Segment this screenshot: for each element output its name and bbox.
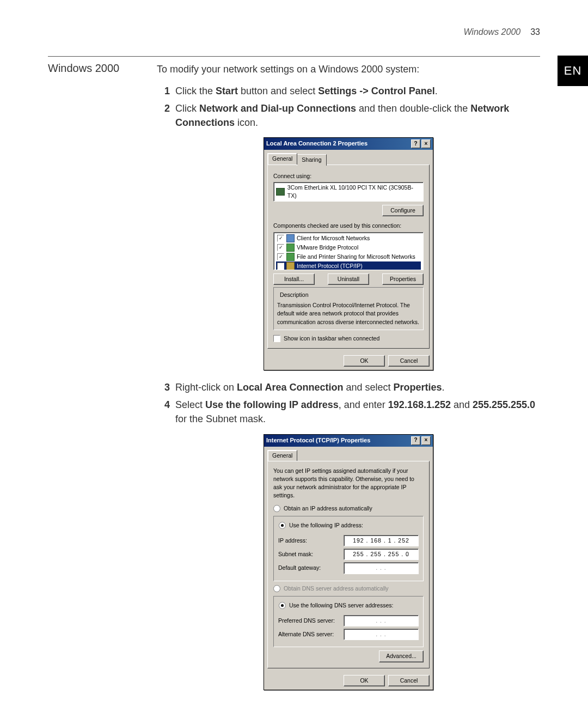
language-tag: EN [558,56,588,86]
components-listbox[interactable]: ✓Client for Microsoft Networks ✓VMware B… [273,232,424,270]
step-text: Click the Start button and select Settin… [175,84,540,98]
list-item[interactable]: ✓Internet Protocol (TCP/IP) [276,261,421,270]
checkbox-icon[interactable]: ✓ [277,253,284,260]
radio-obtain-ip-auto[interactable]: Obtain an IP address automatically [273,504,424,513]
install-button[interactable]: Install... [273,273,315,285]
checkbox-icon[interactable]: ✓ [277,263,284,270]
ip-address-input[interactable]: 192 . 168 . 1 . 252 [344,535,419,546]
step-num: 3 [157,380,170,394]
protocol-icon [286,244,295,252]
step-num: 2 [157,101,170,130]
alternate-dns-input[interactable]: . . . [344,629,419,640]
step-1: 1 Click the Start button and select Sett… [157,84,540,98]
ip-address-label: IP address: [278,537,344,545]
description-group: Description Transmission Control Protoco… [273,287,424,330]
lan-properties-dialog: Local Area Connection 2 Properties ? × G… [264,137,433,370]
tcpip-icon [286,262,295,270]
checkbox-icon[interactable]: ✓ [277,244,284,251]
components-label: Components checked are used by this conn… [273,222,424,230]
subnet-mask-input[interactable]: 255 . 255 . 255 . 0 [344,549,419,560]
alternate-dns-label: Alternate DNS server: [278,630,344,638]
step-2: 2 Click Network and Dial-up Connections … [157,101,540,130]
running-header: Windows 2000 33 [48,27,540,37]
radio-use-following-ip[interactable]: Use the following IP address: [277,521,365,530]
tab-sharing[interactable]: Sharing [297,154,326,165]
list-item[interactable]: ✓VMware Bridge Protocol [276,243,421,252]
nic-field: 3Com EtherLink XL 10/100 PCI TX NIC (3C9… [273,182,424,202]
nic-icon [276,188,285,196]
ip-address-group: Use the following IP address: IP address… [273,516,424,581]
tab-general[interactable]: General [267,153,297,164]
step-num: 4 [157,398,170,426]
show-icon-checkbox[interactable]: Show icon in taskbar when connected [273,334,424,343]
tcpip-blurb: You can get IP settings assigned automat… [273,467,424,500]
checkbox-icon[interactable] [273,335,280,342]
dns-group: Use the following DNS server addresses: … [273,596,424,648]
ok-button[interactable]: OK [344,675,385,686]
cancel-button[interactable]: Cancel [388,355,430,367]
advanced-button[interactable]: Advanced... [379,650,424,662]
radio-obtain-dns-auto: Obtain DNS server address automatically [273,585,424,593]
subnet-mask-label: Subnet mask: [278,550,344,558]
help-icon[interactable]: ? [411,436,420,445]
tcpip-properties-dialog: Internet Protocol (TCP/IP) Properties ? … [264,434,433,690]
client-icon [286,234,295,242]
step-4: 4 Select Use the following IP address, a… [157,398,540,426]
close-icon[interactable]: × [421,139,431,148]
titlebar[interactable]: Internet Protocol (TCP/IP) Properties ? … [264,435,433,447]
step-text: Right-click on Local Area Connection and… [175,380,540,394]
step-num: 1 [157,84,170,98]
step-text: Click Network and Dial-up Connections an… [175,101,540,130]
radio-icon [273,585,280,592]
nic-name: 3Com EtherLink XL 10/100 PCI TX NIC (3C9… [287,184,421,200]
list-item[interactable]: ✓Client for Microsoft Networks [276,234,421,243]
titlebar[interactable]: Local Area Connection 2 Properties ? × [264,138,433,150]
preferred-dns-input[interactable]: . . . [344,615,419,626]
section-heading: Windows 2000 [48,62,157,700]
checkbox-icon[interactable]: ✓ [277,235,284,242]
description-text: Transmission Control Protocol/Internet P… [277,301,420,326]
radio-icon[interactable] [273,505,280,512]
step-text: Select Use the following IP address, and… [175,398,540,426]
close-icon[interactable]: × [421,436,431,445]
tab-general[interactable]: General [267,450,297,461]
help-icon[interactable]: ? [411,139,420,148]
properties-button[interactable]: Properties [382,273,424,285]
default-gateway-label: Default gateway: [278,564,344,572]
dialog-title: Internet Protocol (TCP/IP) Properties [266,436,410,445]
divider [48,56,540,57]
radio-icon[interactable] [279,522,286,529]
list-item[interactable]: ✓File and Printer Sharing for Microsoft … [276,252,421,261]
step-3: 3 Right-click on Local Area Connection a… [157,380,540,394]
description-label: Description [278,291,310,299]
service-icon [286,253,295,261]
header-text: Windows 2000 [463,27,520,37]
page-number: 33 [530,27,540,37]
preferred-dns-label: Preferred DNS server: [278,617,344,625]
intro-text: To modify your network settings on a Win… [157,62,540,76]
radio-use-following-dns[interactable]: Use the following DNS server addresses: [277,601,395,610]
configure-button[interactable]: Configure [382,205,424,216]
dialog-title: Local Area Connection 2 Properties [266,139,410,148]
radio-icon[interactable] [279,602,286,609]
ok-button[interactable]: OK [344,355,385,367]
connect-using-label: Connect using: [273,172,424,180]
uninstall-button[interactable]: Uninstall [328,273,369,285]
cancel-button[interactable]: Cancel [388,675,430,686]
default-gateway-input[interactable]: . . . [344,562,419,574]
